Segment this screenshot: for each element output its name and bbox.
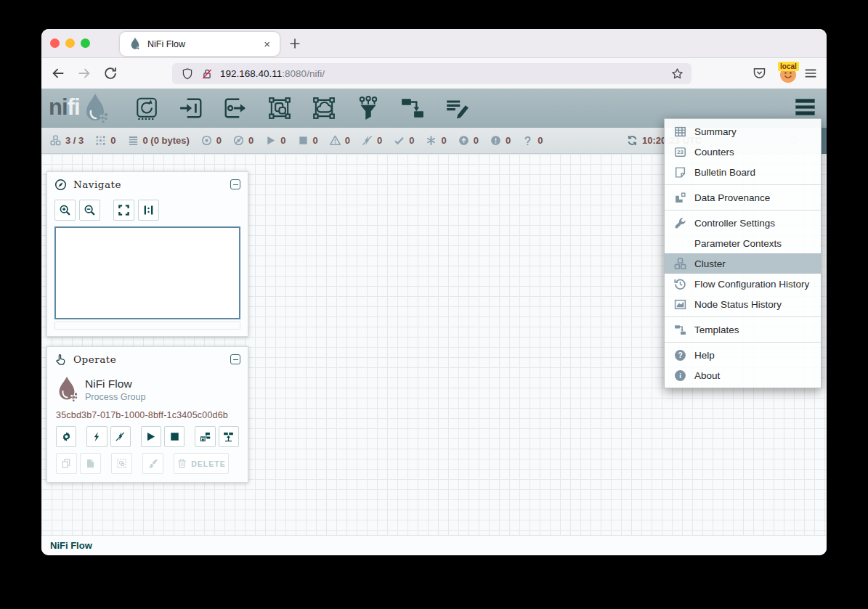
menu-item-label: Parameter Contexts — [694, 238, 782, 249]
data-provenance-icon — [674, 192, 686, 204]
copy-button[interactable] — [56, 453, 77, 474]
menu-item-controller-settings[interactable]: Controller Settings — [665, 213, 821, 233]
disabled-icon — [362, 135, 373, 146]
brush-button[interactable] — [142, 453, 163, 474]
process-group-icon[interactable] — [267, 96, 292, 120]
birdseye-minimap[interactable] — [54, 226, 240, 319]
status-item: 0 — [201, 135, 222, 146]
menu-item-flow-configuration-history[interactable]: Flow Configuration History — [665, 274, 821, 294]
trash-button[interactable]: DELETE — [174, 453, 229, 474]
menu-item-label: Flow Configuration History — [694, 279, 809, 290]
browser-window: NiFi Flow × 192.168.40.11:8080/nifi/ loc… — [41, 29, 827, 555]
flow-history-icon — [674, 278, 686, 290]
menu-item-label: Data Provenance — [694, 192, 770, 203]
bolt-button[interactable] — [86, 426, 107, 447]
stop-button[interactable] — [164, 426, 184, 447]
navigate-collapse-button[interactable] — [230, 179, 240, 189]
menu-item-summary[interactable]: Summary — [665, 121, 821, 142]
menu-item-help[interactable]: ?Help — [665, 345, 821, 365]
window-zoom-button[interactable] — [81, 38, 90, 48]
tab-close-button[interactable]: × — [261, 38, 272, 50]
label-icon[interactable] — [445, 96, 469, 120]
upload-template-icon — [223, 431, 234, 442]
url-bar[interactable]: 192.168.40.11:8080/nifi/ — [172, 63, 691, 84]
menu-item-node-status-history[interactable]: Node Status History — [665, 294, 821, 314]
menu-item-cluster[interactable]: Cluster — [665, 253, 821, 274]
refresh-icon[interactable] — [627, 135, 638, 146]
save-template-button[interactable] — [195, 426, 215, 447]
url-path: :8080/nifi/ — [282, 68, 325, 79]
play-button[interactable] — [141, 426, 161, 447]
fit-icon — [118, 204, 130, 216]
tab-title: NiFi Flow — [147, 39, 261, 49]
menu-item-about[interactable]: iAbout — [665, 365, 821, 385]
component-type: Process Group — [85, 392, 145, 402]
menu-item-label: Node Status History — [694, 299, 782, 310]
zoom-out-button[interactable] — [79, 200, 100, 221]
menu-item-parameter-contexts[interactable]: Parameter Contexts — [665, 233, 821, 253]
status-item: 0 — [330, 135, 350, 146]
tracking-protection-shield-icon[interactable] — [181, 68, 194, 81]
template-icon[interactable] — [400, 96, 425, 120]
url-text: 192.168.40.11:8080/nifi/ — [220, 68, 325, 79]
running-icon — [265, 135, 276, 146]
processor-icon[interactable] — [134, 96, 159, 120]
gear-button[interactable] — [56, 426, 76, 447]
actual-size-button[interactable] — [138, 200, 159, 221]
status-item: 0 — [426, 135, 446, 146]
back-button[interactable] — [50, 65, 66, 81]
menu-item-label: Controller Settings — [694, 218, 775, 229]
status-value: 0 — [248, 135, 253, 146]
window-minimize-button[interactable] — [65, 38, 75, 48]
insecure-connection-icon[interactable] — [200, 68, 214, 81]
paste-icon — [85, 458, 96, 469]
queued-icon — [128, 135, 139, 146]
controller-settings-icon — [674, 217, 686, 229]
input-port-icon[interactable] — [179, 96, 203, 120]
status-value: 0 — [345, 135, 350, 146]
status-value: 0 — [409, 135, 414, 146]
nifi-logo-fi: fi — [68, 92, 80, 123]
menu-item-templates[interactable]: Templates — [665, 319, 821, 340]
profile-button[interactable]: local — [778, 63, 800, 85]
stopped-icon — [298, 135, 309, 146]
reload-button[interactable] — [102, 65, 118, 81]
output-port-icon[interactable] — [223, 96, 248, 120]
status-item: 0 — [490, 135, 511, 146]
status-value: 0 — [441, 135, 446, 146]
actual-size-icon — [142, 204, 155, 216]
upload-template-button[interactable] — [219, 426, 239, 447]
bolt-off-button[interactable] — [110, 426, 131, 447]
zoom-out-icon — [84, 204, 96, 216]
invalid-icon — [330, 135, 341, 146]
nifi-favicon-icon — [129, 37, 141, 52]
status-item: 0 — [233, 135, 253, 146]
group-button[interactable] — [111, 453, 132, 474]
save-template-icon — [200, 431, 211, 442]
operate-component: NiFi Flow Process Group — [47, 372, 248, 404]
breadcrumb[interactable]: NiFi Flow — [50, 540, 92, 551]
about-icon: i — [674, 369, 686, 382]
status-item: 0 — [394, 135, 414, 146]
operate-collapse-button[interactable] — [230, 354, 240, 364]
menu-item-data-provenance[interactable]: Data Provenance — [665, 187, 821, 208]
birdseye-strip[interactable] — [54, 322, 240, 330]
funnel-icon[interactable] — [356, 96, 381, 120]
browser-tab[interactable]: NiFi Flow × — [120, 32, 280, 56]
bookmark-star-icon[interactable] — [670, 67, 684, 81]
paste-button[interactable] — [80, 453, 101, 474]
firefox-menu-button[interactable] — [803, 65, 819, 81]
menu-item-counters[interactable]: 23Counters — [665, 142, 821, 162]
group-icon — [116, 458, 127, 469]
window-close-button[interactable] — [50, 38, 60, 48]
zoom-in-button[interactable] — [54, 200, 76, 221]
pocket-icon[interactable] — [752, 65, 767, 81]
new-tab-button[interactable] — [287, 36, 303, 52]
summary-icon — [674, 126, 686, 138]
up-to-date-icon — [394, 135, 405, 146]
fit-button[interactable] — [113, 200, 134, 221]
global-menu-button[interactable] — [795, 99, 815, 115]
forward-button[interactable] — [76, 65, 92, 81]
menu-item-bulletin-board[interactable]: Bulletin Board — [665, 162, 821, 182]
remote-process-group-icon[interactable] — [312, 96, 336, 120]
